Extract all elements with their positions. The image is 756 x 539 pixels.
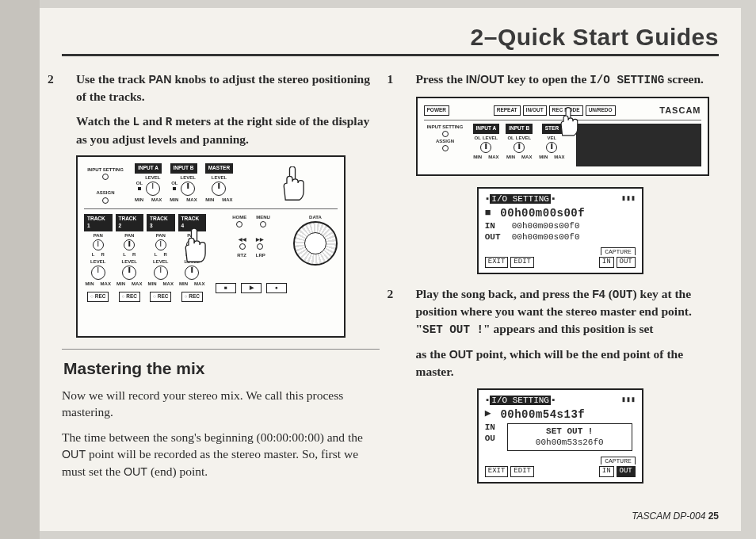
master-level-knob	[212, 182, 226, 196]
power-button: POWER	[424, 105, 450, 116]
battery-icon: ▮▮▮	[621, 395, 636, 405]
lcd-btn-edit: EDIT	[510, 257, 534, 268]
lcd-btn-out: OUT	[617, 466, 636, 477]
input-a-level-knob	[146, 182, 160, 196]
f4-key-label: F4	[592, 288, 605, 300]
track-3-rec: ○ REC	[150, 292, 171, 302]
track-3-pan-knob	[155, 239, 166, 250]
lcd-out-value: 00h00m00s00f0	[512, 231, 580, 243]
track-2-label: TRACK 2	[116, 214, 144, 231]
track-1-label: TRACK 1	[84, 214, 113, 231]
page-header: 2–Quick Start Guides	[62, 24, 719, 56]
lcd-title: I/O SETTING	[490, 396, 551, 405]
two-column-layout: 2 Use the track PAN knobs to adjust the …	[62, 71, 719, 495]
section-heading: Mastering the mix	[63, 357, 380, 380]
out-mono-label: OUT	[613, 289, 633, 301]
track-1-level-knob	[91, 266, 105, 280]
battery-icon: ▮▮▮	[621, 193, 636, 204]
track-2-level-knob	[122, 266, 136, 280]
pan-label: PAN	[149, 73, 172, 86]
input-b-knob	[514, 142, 525, 153]
input-setting-label: INPUT SETTING	[87, 166, 124, 173]
assign-label: ASSIGN	[96, 189, 114, 196]
step-number: 2	[402, 285, 413, 302]
figure-top-panel: POWER REPEAT IN/OUT REC MODE UN/REDO TAS…	[416, 97, 709, 176]
page-title: 2–Quick Start Guides	[62, 24, 719, 51]
home-button	[236, 221, 242, 227]
unredo-button: UN/REDO	[586, 105, 616, 116]
capture-label: CAPTURE	[601, 247, 636, 255]
ff-button	[257, 243, 263, 250]
out-label: OUT	[449, 348, 473, 361]
track-3-level-knob	[154, 266, 168, 280]
lcd-screen-blank	[576, 124, 701, 166]
input-b-label: INPUT B	[506, 124, 533, 134]
menu-button	[260, 221, 266, 227]
step-watch-text: Watch the L and R meters at the right si…	[76, 113, 380, 147]
inout-button: IN/OUT	[523, 105, 547, 116]
input-b-label: INPUT B	[170, 163, 197, 174]
mastering-para-2: The time between the song's beginning (0…	[62, 429, 380, 480]
page-footer: TASCAM DP-004 25	[632, 510, 719, 522]
page-content: 2–Quick Start Guides 2 Use the track PAN…	[40, 8, 741, 531]
track-1-pan-knob	[93, 239, 104, 250]
inout-key-label: IN/OUT	[466, 73, 504, 86]
input-setting-label: INPUT SETTING	[427, 124, 464, 130]
figure-mixer-panel: INPUT SETTING ASSIGN INPUT A OL LEVEL MI…	[76, 155, 346, 338]
tascam-logo: TASCAM	[659, 105, 701, 117]
step-text: Use the track	[76, 72, 149, 86]
master-label: MASTER	[205, 163, 233, 174]
lcd-time: 00h00m00s00f	[500, 206, 585, 220]
right-step-1: 1 Press the IN/OUT key to open the I/O S…	[416, 71, 720, 89]
left-step-2: 2 Use the track PAN knobs to adjust the …	[76, 71, 380, 105]
play-button: ▶	[241, 283, 262, 293]
track-3-label: TRACK 3	[147, 214, 175, 231]
lcd-screen-io-setting-2: ▮▮▮ ▪I/O SETTING▪ ▶ 00h00m54s13f IN OU S…	[477, 388, 643, 484]
page-number: 25	[708, 510, 719, 522]
set-out-popup: SET OUT !	[511, 426, 628, 437]
step-number: 2	[62, 71, 73, 87]
set-out-label: SET OUT !	[422, 323, 483, 336]
track-2-rec: ○ REC	[119, 292, 140, 302]
mastering-para-1: Now we will record your stereo mix. We c…	[62, 387, 380, 421]
track-4-pan-knob	[186, 239, 197, 250]
capture-label: CAPTURE	[601, 457, 636, 464]
lcd-btn-out: OUT	[617, 257, 636, 268]
footer-brand: TASCAM DP-004	[632, 510, 708, 522]
input-setting-button	[102, 174, 109, 180]
track-4-rec: ○ REC	[181, 292, 203, 302]
lcd-title: I/O SETTING	[490, 194, 551, 204]
ol-led	[138, 187, 141, 190]
out-label: OUT	[124, 465, 147, 478]
input-b-level-knob	[181, 182, 195, 196]
recmode-button: REC MODE	[549, 105, 583, 116]
L-meter-label: L	[132, 116, 139, 128]
stop-button: ■	[216, 283, 236, 293]
track-1-rec: ○ REC	[87, 292, 109, 302]
input-a-knob	[480, 142, 491, 153]
master-label: STER	[542, 124, 562, 134]
lcd-time: 00h00m54s13f	[500, 407, 585, 422]
data-jog-wheel	[293, 221, 338, 266]
out-label: OUT	[62, 448, 86, 461]
io-setting-label: I/O SETTING	[590, 74, 664, 86]
input-setting-button	[442, 131, 449, 137]
section-divider	[62, 349, 380, 350]
lcd-btn-edit: EDIT	[510, 466, 534, 477]
master-knob	[546, 142, 557, 153]
set-out-time: 00h00m53s26f0	[511, 437, 628, 448]
page-margin-stripe	[0, 0, 40, 539]
track-2-pan-knob	[124, 239, 135, 250]
lcd-btn-in: IN	[599, 466, 614, 477]
input-a-label: INPUT A	[135, 163, 162, 174]
lcd-btn-exit: EXIT	[485, 466, 509, 477]
repeat-button: REPEAT	[494, 105, 521, 116]
lcd-btn-exit: EXIT	[485, 257, 509, 268]
record-button: ●	[266, 283, 287, 293]
right-column: 1 Press the IN/OUT key to open the I/O S…	[402, 71, 720, 495]
lcd-btn-in: IN	[599, 257, 614, 268]
right-step-2-continued: as the OUT point, which will be the end …	[416, 346, 720, 380]
assign-button	[102, 197, 109, 204]
lcd-screen-io-setting-1: ▮▮▮ ▪I/O SETTING▪ ■ 00h00m00s00f IN00h00…	[477, 187, 643, 274]
ol-led	[173, 187, 176, 190]
